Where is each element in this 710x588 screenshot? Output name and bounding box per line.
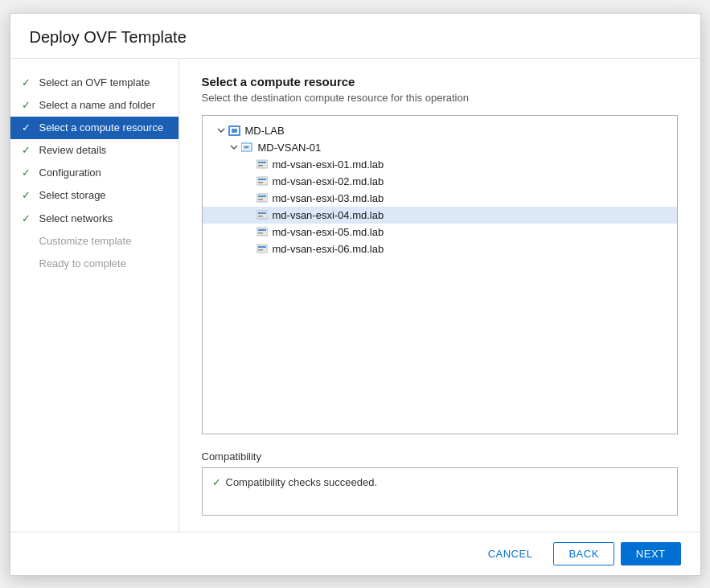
svg-rect-9 [257, 177, 268, 185]
datacenter-icon [228, 125, 241, 136]
svg-rect-18 [257, 228, 268, 236]
tree-label-mdvsan01: MD-VSAN-01 [258, 142, 322, 154]
tree-item-host4[interactable]: ▶ md-vsan-esxi-04.md.lab [203, 207, 677, 224]
tree-label-host6: md-vsan-esxi-06.md.lab [273, 243, 384, 255]
check-icon-step3: ✓ [22, 121, 35, 135]
sidebar-item-step2[interactable]: ✓ Select a name and folder [10, 94, 179, 117]
host-icon-6 [256, 243, 269, 254]
svg-rect-6 [257, 160, 268, 168]
svg-rect-21 [257, 245, 268, 253]
svg-rect-16 [258, 212, 266, 214]
host-icon-1 [256, 158, 269, 170]
sidebar-label-step4: Review details [39, 143, 107, 158]
sidebar-label-step3: Select a compute resource [39, 121, 164, 135]
toggle-mdvsan01[interactable] [228, 143, 240, 151]
svg-rect-20 [258, 232, 263, 234]
svg-rect-10 [258, 179, 266, 180]
sidebar-label-step5: Configuration [39, 166, 101, 180]
tree-label-host1: md-vsan-esxi-01.md.lab [273, 158, 384, 171]
dialog-title: Deploy OVF Template [30, 28, 681, 47]
check-icon-step5: ✓ [22, 166, 35, 180]
sidebar-label-step7: Select networks [39, 212, 113, 226]
sidebar-item-step1[interactable]: ✓ Select an OVF template [10, 72, 179, 94]
sidebar-label-step9: Ready to complete [39, 257, 126, 271]
compatibility-box: ✓ Compatibility checks succeeded. [202, 467, 678, 516]
tree-label-host3: md-vsan-esxi-03.md.lab [273, 192, 384, 204]
host-icon-2 [256, 175, 269, 187]
svg-rect-19 [258, 229, 266, 231]
tree-container[interactable]: MD-LAB MD-VSAN-01 [202, 115, 678, 434]
tree-label-host2: md-vsan-esxi-02.md.lab [273, 175, 384, 187]
back-button[interactable]: BACK [553, 542, 614, 565]
host-icon-5 [256, 226, 269, 237]
check-icon-step4: ✓ [22, 143, 35, 158]
svg-rect-14 [258, 199, 263, 200]
deploy-ovf-dialog: Deploy OVF Template ✓ Select an OVF temp… [10, 13, 701, 576]
dialog-body: ✓ Select an OVF template ✓ Select a name… [10, 59, 700, 532]
check-icon-step7: ✓ [22, 212, 35, 226]
sidebar-item-step9: Ready to complete [10, 253, 179, 275]
tree-item-mdlab[interactable]: MD-LAB [203, 122, 677, 139]
cancel-button[interactable]: CANCEL [474, 543, 548, 565]
compatibility-label: Compatibility [202, 450, 678, 463]
sidebar-label-step2: Select a name and folder [39, 98, 156, 113]
section-subtitle: Select the destination compute resource … [202, 92, 678, 104]
toggle-mdlab[interactable] [215, 126, 227, 134]
svg-rect-22 [258, 246, 266, 248]
sidebar-item-step3[interactable]: ✓ Select a compute resource [10, 117, 179, 139]
host-icon-4 [256, 209, 269, 220]
next-button[interactable]: NEXT [621, 542, 681, 565]
host-icon-3 [256, 192, 269, 204]
sidebar-label-step6: Select storage [39, 188, 106, 203]
tree-item-host3[interactable]: ▶ md-vsan-esxi-03.md.lab [203, 190, 677, 207]
svg-rect-15 [257, 211, 268, 219]
tree-item-host1[interactable]: ▶ md-vsan-esxi-01.md.lab [203, 156, 677, 173]
sidebar-item-step5[interactable]: ✓ Configuration [10, 162, 179, 184]
check-icon-step2: ✓ [22, 98, 35, 113]
sidebar-item-step7[interactable]: ✓ Select networks [10, 208, 179, 230]
svg-rect-13 [258, 195, 266, 197]
svg-rect-2 [232, 129, 237, 133]
compat-check-icon: ✓ [212, 476, 221, 488]
svg-rect-8 [258, 165, 263, 167]
tree-item-host5[interactable]: ▶ md-vsan-esxi-05.md.lab [203, 224, 677, 241]
sidebar-item-step8: Customize template [10, 230, 179, 253]
sidebar: ✓ Select an OVF template ✓ Select a name… [10, 59, 179, 532]
tree-label-mdlab: MD-LAB [245, 125, 285, 137]
dialog-footer: CANCEL BACK NEXT [10, 532, 700, 575]
compatibility-status: ✓ Compatibility checks succeeded. [212, 476, 667, 488]
svg-rect-12 [257, 194, 268, 202]
check-icon-step1: ✓ [22, 76, 35, 90]
main-content: Select a compute resource Select the des… [179, 59, 700, 532]
sidebar-item-step6[interactable]: ✓ Select storage [10, 184, 179, 207]
tree-label-host4: md-vsan-esxi-04.md.lab [273, 209, 384, 221]
dialog-header: Deploy OVF Template [10, 14, 700, 59]
tree-item-mdvsan01[interactable]: MD-VSAN-01 [203, 139, 677, 156]
svg-rect-11 [258, 182, 263, 183]
tree-item-host6[interactable]: ▶ md-vsan-esxi-06.md.lab [203, 241, 677, 257]
sidebar-label-step8: Customize template [39, 234, 132, 249]
compatibility-section: Compatibility ✓ Compatibility checks suc… [202, 450, 678, 516]
svg-rect-23 [258, 249, 263, 251]
sidebar-label-step1: Select an OVF template [39, 76, 150, 90]
svg-rect-17 [258, 216, 263, 217]
compatibility-message: Compatibility checks succeeded. [226, 476, 378, 488]
cluster-icon [241, 142, 254, 153]
svg-rect-5 [244, 146, 248, 148]
section-title: Select a compute resource [202, 75, 678, 88]
tree-item-host2[interactable]: ▶ md-vsan-esxi-02.md.lab [203, 173, 677, 190]
check-icon-step6: ✓ [22, 188, 35, 203]
svg-rect-7 [258, 162, 266, 163]
tree-label-host5: md-vsan-esxi-05.md.lab [273, 226, 384, 238]
sidebar-item-step4[interactable]: ✓ Review details [10, 139, 179, 162]
